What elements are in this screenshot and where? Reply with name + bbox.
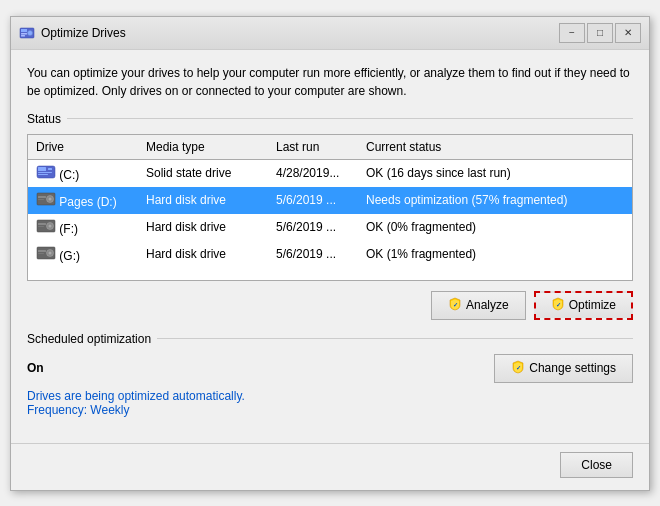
window-title: Optimize Drives: [41, 26, 126, 40]
drive-name: (C:): [28, 162, 138, 185]
svg-text:✓: ✓: [516, 364, 521, 370]
svg-point-17: [49, 224, 52, 227]
table-header: Drive Media type Last run Current status: [28, 135, 632, 160]
status-divider: [67, 118, 633, 119]
svg-point-2: [28, 30, 33, 35]
analyze-button[interactable]: ✓ Analyze: [431, 291, 526, 320]
frequency-text: Frequency: Weekly: [27, 403, 633, 417]
svg-rect-24: [38, 253, 44, 254]
ssd-icon: [36, 168, 56, 182]
svg-rect-18: [38, 223, 46, 225]
window-icon: [19, 25, 35, 41]
last-run: 5/6/2019 ...: [268, 217, 358, 237]
optimize-button[interactable]: ✓ Optimize: [534, 291, 633, 320]
settings-shield-icon: ✓: [511, 360, 525, 377]
svg-rect-19: [38, 226, 44, 227]
header-drive: Drive: [28, 137, 138, 157]
svg-rect-4: [21, 35, 25, 37]
status-label: Status: [27, 112, 61, 126]
svg-rect-1: [21, 29, 27, 32]
header-last-run: Last run: [268, 137, 358, 157]
analyze-label: Analyze: [466, 298, 509, 312]
last-run: 5/6/2019 ...: [268, 244, 358, 264]
change-settings-label: Change settings: [529, 361, 616, 375]
media-type: Hard disk drive: [138, 190, 268, 210]
title-controls: − □ ✕: [559, 23, 641, 43]
svg-text:✓: ✓: [555, 301, 560, 307]
current-status: OK (1% fragmented): [358, 244, 632, 264]
table-row[interactable]: (F:) Hard disk drive 5/6/2019 ... OK (0%…: [28, 214, 632, 241]
drive-name: (G:): [28, 243, 138, 266]
header-current-status: Current status: [358, 137, 632, 157]
svg-text:✓: ✓: [452, 301, 457, 307]
svg-point-22: [49, 251, 52, 254]
optimize-label: Optimize: [569, 298, 616, 312]
analyze-shield-icon: ✓: [448, 297, 462, 314]
hdd-icon: [36, 195, 56, 209]
current-status: OK (16 days since last run): [358, 163, 632, 183]
media-type: Hard disk drive: [138, 217, 268, 237]
svg-rect-23: [38, 250, 46, 252]
svg-rect-3: [21, 33, 27, 35]
drive-name: (F:): [28, 216, 138, 239]
drive-table: Drive Media type Last run Current status…: [27, 134, 633, 281]
media-type: Hard disk drive: [138, 244, 268, 264]
table-body: (C:) Solid state drive 4/28/2019... OK (…: [28, 160, 632, 280]
svg-rect-6: [38, 167, 46, 171]
action-buttons-row: ✓ Analyze ✓ Optimize: [27, 291, 633, 320]
scheduled-label: Scheduled optimization: [27, 332, 151, 346]
last-run: 5/6/2019 ...: [268, 190, 358, 210]
table-row[interactable]: (G:) Hard disk drive 5/6/2019 ... OK (1%…: [28, 241, 632, 268]
scheduled-section: Scheduled optimization On ✓ Change setti…: [27, 332, 633, 417]
table-row[interactable]: (C:) Solid state drive 4/28/2019... OK (…: [28, 160, 632, 187]
svg-rect-7: [48, 168, 52, 170]
scheduled-section-header: Scheduled optimization: [27, 332, 633, 346]
scheduled-status: On: [27, 361, 44, 375]
media-type: Solid state drive: [138, 163, 268, 183]
optimize-shield-icon: ✓: [551, 297, 565, 314]
scheduled-divider: [157, 338, 633, 339]
auto-optimize-text: Drives are being optimized automatically…: [27, 389, 633, 403]
table-row[interactable]: Pages (D:) Hard disk drive 5/6/2019 ... …: [28, 187, 632, 214]
main-content: You can optimize your drives to help you…: [11, 50, 649, 439]
title-bar: Optimize Drives − □ ✕: [11, 17, 649, 50]
close-window-button[interactable]: ✕: [615, 23, 641, 43]
header-media-type: Media type: [138, 137, 268, 157]
scheduled-row: On ✓ Change settings: [27, 354, 633, 383]
title-bar-left: Optimize Drives: [19, 25, 126, 41]
minimize-button[interactable]: −: [559, 23, 585, 43]
svg-point-12: [49, 197, 52, 200]
close-button[interactable]: Close: [560, 452, 633, 478]
maximize-button[interactable]: □: [587, 23, 613, 43]
optimize-drives-window: Optimize Drives − □ ✕ You can optimize y…: [10, 16, 650, 491]
svg-rect-8: [38, 172, 52, 173]
hdd-icon: [36, 222, 56, 236]
current-status: Needs optimization (57% fragmented): [358, 190, 632, 210]
drive-name: Pages (D:): [28, 189, 138, 212]
svg-rect-9: [38, 174, 48, 175]
last-run: 4/28/2019...: [268, 163, 358, 183]
footer: Close: [11, 443, 649, 490]
status-section-header: Status: [27, 112, 633, 126]
hdd-icon: [36, 249, 56, 263]
svg-rect-14: [38, 199, 44, 200]
svg-rect-13: [38, 196, 46, 198]
change-settings-button[interactable]: ✓ Change settings: [494, 354, 633, 383]
description-text: You can optimize your drives to help you…: [27, 64, 633, 100]
current-status: OK (0% fragmented): [358, 217, 632, 237]
